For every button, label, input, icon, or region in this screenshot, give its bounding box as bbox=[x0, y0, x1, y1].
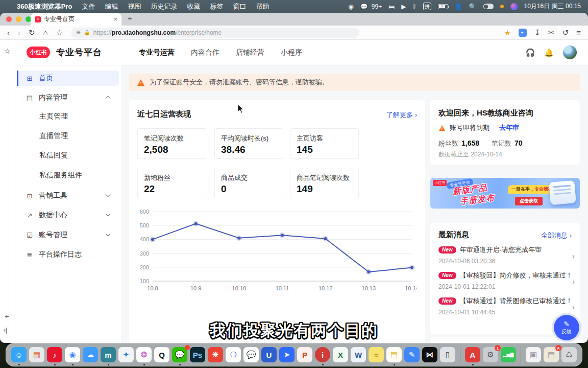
sidebar-item-marketing-tools[interactable]: ⊡ 营销工具 bbox=[17, 188, 119, 203]
menu-bookmarks[interactable]: 收藏 bbox=[187, 2, 200, 11]
user-account-icon[interactable]: 👤 bbox=[455, 3, 462, 10]
forward-button[interactable]: › bbox=[18, 29, 20, 36]
avatar[interactable] bbox=[563, 45, 577, 59]
pinwheel-browser-icon[interactable]: ❂ bbox=[136, 347, 152, 362]
launchpad-icon[interactable]: ▦ bbox=[29, 347, 44, 362]
maxthon-icon[interactable]: m bbox=[101, 347, 116, 362]
qq-icon[interactable]: Q bbox=[154, 347, 169, 362]
tab-close-icon[interactable]: × bbox=[113, 15, 117, 23]
paper-plane-app-icon[interactable]: ➤ bbox=[279, 347, 295, 362]
control-center-icon[interactable] bbox=[483, 4, 494, 9]
window-close-button[interactable] bbox=[6, 16, 12, 22]
menu-help[interactable]: 帮助 bbox=[256, 2, 269, 11]
photoshop-icon[interactable]: Ps bbox=[190, 347, 205, 362]
sidebar-item-account-management[interactable]: ☑ 账号管理 bbox=[17, 227, 119, 243]
iphone-mirroring-icon[interactable]: ▯ bbox=[440, 347, 455, 362]
menu-view[interactable]: 视图 bbox=[128, 2, 141, 11]
bookmark-star-button[interactable]: ☆ bbox=[56, 29, 63, 36]
nav-content-coop[interactable]: 内容合作 bbox=[191, 48, 219, 57]
notes-icon[interactable]: ▤ bbox=[386, 347, 402, 362]
preview-thumbnail-1-icon[interactable]: ▣ bbox=[526, 347, 541, 362]
red-clock-app-icon[interactable]: ❋ bbox=[208, 347, 223, 362]
app-menu-title[interactable]: 360极速浏览器Pro bbox=[17, 2, 72, 11]
battery-icon[interactable]: ⚡ bbox=[438, 4, 448, 9]
browser-menu-icon[interactable]: ≡ bbox=[576, 29, 581, 36]
preview-thumbnail-2-icon[interactable]: ▤A bbox=[544, 347, 559, 362]
spotlight-search-icon[interactable]: 🔍 bbox=[469, 3, 477, 10]
back-button[interactable]: ‹ bbox=[7, 29, 10, 36]
input-method-icon[interactable]: 拼 bbox=[423, 3, 431, 10]
bluetooth-icon[interactable]: ᛒ bbox=[412, 3, 416, 10]
xiaohongshu-logo[interactable]: 小红书 bbox=[27, 47, 50, 58]
stocks-app-icon[interactable]: ▂▅▇ bbox=[501, 347, 516, 362]
trash-icon[interactable]: ♺ bbox=[561, 347, 577, 362]
menu-tabs[interactable]: 标签 bbox=[210, 2, 223, 11]
home-button[interactable]: ⌂ bbox=[43, 29, 48, 36]
promo-cta-button[interactable]: 点击获取 bbox=[515, 197, 543, 205]
chrome-icon[interactable]: ◉ bbox=[65, 347, 80, 362]
capcut-icon[interactable]: ⋈ bbox=[422, 347, 437, 362]
nav-operation[interactable]: 专业号运营 bbox=[139, 48, 175, 57]
sidebar-item-content-management[interactable]: ▤ 内容管理 bbox=[17, 90, 119, 105]
news-item[interactable]: New 【审核通过】背景图修改已审核通过！ 2024-10-01 10:44:4… bbox=[438, 296, 573, 320]
rings-app-icon[interactable]: ❍ bbox=[226, 347, 241, 362]
feedback-button[interactable]: ✎ 反馈 bbox=[554, 315, 579, 340]
wechat-status-icon[interactable]: 💬 bbox=[360, 3, 368, 10]
sticky-notes-icon[interactable]: ≈ bbox=[369, 347, 384, 362]
netease-music-icon[interactable]: ♪ bbox=[47, 347, 62, 362]
menu-window[interactable]: 窗口 bbox=[233, 2, 246, 11]
learn-more-link[interactable]: 了解更多 › bbox=[386, 110, 417, 120]
red-a-app-icon[interactable]: A bbox=[465, 347, 480, 362]
finder-icon[interactable]: ☺ bbox=[11, 347, 27, 362]
reload-button[interactable]: ↻ bbox=[29, 29, 35, 36]
promo-banner[interactable]: 小红书 专业号平台 新版产品 手册发布 一册在手，专业我有 点击获取 bbox=[430, 178, 580, 209]
bookmarked-star-icon[interactable]: ★ bbox=[504, 29, 511, 37]
nav-miniprogram[interactable]: 小程序 bbox=[281, 48, 302, 57]
all-news-link[interactable]: 全部消息 › bbox=[541, 231, 572, 240]
word-icon[interactable]: W bbox=[351, 347, 366, 362]
sidebar-item-data-center[interactable]: ↗ 数据中心 bbox=[17, 208, 119, 223]
safari-icon[interactable]: ✦ bbox=[118, 347, 134, 362]
pencil-app-icon[interactable]: ✎ bbox=[404, 347, 420, 362]
extension-icon[interactable]: ⌁ bbox=[519, 29, 527, 37]
strip-add-icon[interactable]: + bbox=[5, 312, 9, 320]
device-status-icon[interactable]: 🛏 bbox=[388, 3, 395, 10]
favorites-star-icon[interactable]: ☆ bbox=[4, 47, 11, 55]
restore-session-icon[interactable]: ↺ bbox=[562, 29, 569, 36]
red-i-app-icon[interactable]: i bbox=[315, 347, 330, 362]
sidebar-item-platform-log[interactable]: ≣ 平台操作日志 bbox=[17, 247, 119, 262]
cloud-drive-icon[interactable]: ☁ bbox=[83, 347, 98, 362]
screen-record-icon[interactable]: ◉ bbox=[348, 3, 353, 10]
renew-link[interactable]: 去年审 bbox=[499, 123, 519, 132]
customer-service-icon[interactable]: 🎧 bbox=[526, 48, 535, 57]
sidebar-item-homepage-management[interactable]: 主页管理 bbox=[15, 110, 121, 123]
menubar-clock[interactable]: 10月16日 周三 00:15 bbox=[524, 2, 581, 11]
siri-icon[interactable] bbox=[510, 3, 518, 10]
new-tab-button[interactable]: + bbox=[128, 14, 132, 22]
address-bar[interactable]: ⊕ 🔒 https://pro.xiaohongshu.com/enterpri… bbox=[71, 28, 359, 38]
chat-app-icon[interactable]: 💬 bbox=[243, 347, 259, 362]
url-text[interactable]: https://pro.xiaohongshu.com/enterprise/h… bbox=[93, 29, 222, 36]
sidebar-item-dm-service-widget[interactable]: 私信服务组件 bbox=[15, 169, 121, 182]
news-item[interactable]: New 年审通道开启-请您完成年审 2024-10-06 03:20:36 › bbox=[438, 245, 573, 269]
window-minimize-button[interactable] bbox=[16, 16, 21, 22]
strip-collapse-icon[interactable]: ‹| bbox=[4, 327, 7, 334]
site-safety-icon[interactable]: ⊕ bbox=[76, 29, 81, 36]
menu-edit[interactable]: 编辑 bbox=[105, 2, 118, 11]
sidebar-item-live-management[interactable]: 直播管理 bbox=[15, 129, 121, 143]
browser-tab[interactable]: ≡ 专业号首页 × bbox=[31, 13, 121, 26]
bull-app-icon[interactable]: U bbox=[261, 347, 277, 362]
nav-shop[interactable]: 店铺经营 bbox=[236, 48, 264, 57]
menu-file[interactable]: 文件 bbox=[82, 2, 95, 11]
powerpoint-icon[interactable]: P bbox=[297, 347, 312, 362]
system-settings-icon[interactable]: ⚙1 bbox=[483, 347, 498, 362]
excel-icon[interactable]: X bbox=[333, 347, 348, 362]
screenshot-scissors-icon[interactable]: ✂ bbox=[548, 29, 555, 36]
notification-bell-icon[interactable]: 🔔 bbox=[544, 48, 554, 57]
wechat-icon[interactable]: 💬 bbox=[172, 347, 187, 362]
news-item[interactable]: New 【审核驳回】简介修改，审核未通过！ 2024-10-01 12:22:0… bbox=[438, 271, 573, 294]
sidebar-item-home[interactable]: ⊞ 首页 bbox=[17, 71, 119, 86]
sidebar-item-dm-reply[interactable]: 私信回复 bbox=[15, 149, 121, 162]
menu-history[interactable]: 历史记录 bbox=[151, 2, 177, 11]
play-status-icon[interactable]: ▶ bbox=[401, 3, 406, 10]
